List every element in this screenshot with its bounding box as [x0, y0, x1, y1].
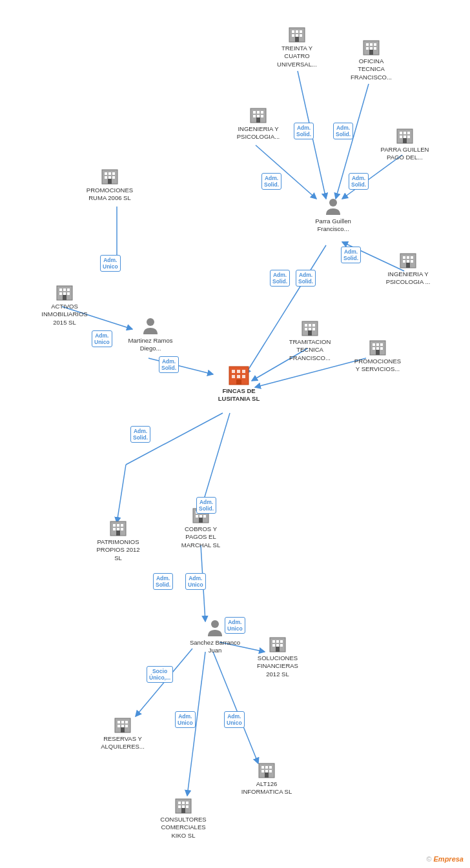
- svg-rect-105: [117, 524, 119, 527]
- node-treinta: TREINTA Y CUATRO UNIVERSAL...: [271, 23, 323, 68]
- node-ingenieria1: INGENIERIA Y PSICOLOGIA...: [232, 103, 284, 141]
- svg-rect-41: [253, 115, 256, 117]
- badge-adm-solid-6: Adm.Solid.: [270, 270, 290, 287]
- svg-rect-68: [112, 176, 115, 179]
- svg-rect-36: [369, 50, 373, 55]
- node-soluciones: SOLUCIONES FINANCIERAS 2012 SL: [252, 632, 303, 678]
- svg-rect-108: [117, 528, 119, 530]
- svg-rect-107: [113, 528, 116, 530]
- svg-point-53: [329, 199, 337, 207]
- svg-rect-106: [121, 524, 123, 527]
- svg-rect-22: [292, 30, 294, 33]
- svg-rect-27: [300, 34, 302, 37]
- svg-rect-97: [376, 343, 379, 346]
- node-tramitacion: TRAMITACION TECNICA FRANCISCO...: [284, 316, 336, 362]
- svg-rect-88: [305, 324, 307, 327]
- svg-rect-116: [199, 515, 202, 518]
- svg-rect-148: [178, 805, 181, 808]
- svg-rect-104: [113, 524, 116, 527]
- svg-rect-132: [118, 725, 120, 727]
- svg-rect-93: [312, 328, 315, 330]
- badge-adm-solid-3: Adm.Solid.: [261, 173, 281, 190]
- svg-rect-110: [116, 530, 120, 536]
- node-promociones-ruma: PROMOCIONES RUMA 2006 SL: [84, 165, 136, 203]
- svg-rect-35: [374, 47, 376, 50]
- svg-rect-131: [125, 721, 128, 723]
- svg-line-15: [117, 465, 126, 523]
- svg-rect-34: [370, 47, 373, 50]
- svg-rect-55: [403, 256, 405, 259]
- svg-rect-48: [407, 132, 410, 134]
- svg-rect-59: [407, 260, 409, 263]
- badge-adm-unico-2: Adm.Unico: [92, 330, 112, 347]
- svg-rect-31: [370, 43, 373, 46]
- node-martinez-ramos: Martinez Ramos Diego...: [125, 316, 176, 353]
- svg-rect-83: [232, 375, 235, 378]
- svg-rect-28: [295, 37, 299, 42]
- svg-rect-84: [237, 375, 240, 378]
- badge-socio-unico: SocioÚnico,...: [147, 666, 173, 683]
- svg-point-119: [211, 620, 219, 628]
- svg-rect-145: [178, 802, 181, 804]
- svg-rect-23: [296, 30, 298, 33]
- svg-rect-150: [186, 805, 189, 808]
- watermark-brand: Empresa: [434, 855, 464, 863]
- svg-rect-76: [67, 292, 70, 295]
- svg-rect-117: [203, 515, 206, 518]
- svg-rect-135: [121, 727, 125, 732]
- svg-rect-40: [261, 111, 263, 114]
- svg-rect-123: [280, 640, 283, 643]
- svg-rect-134: [125, 725, 128, 727]
- svg-rect-43: [261, 115, 263, 117]
- svg-rect-100: [376, 347, 379, 350]
- svg-rect-74: [59, 292, 62, 295]
- svg-rect-143: [265, 772, 269, 778]
- svg-rect-24: [300, 30, 302, 33]
- svg-rect-99: [373, 347, 375, 350]
- svg-rect-42: [257, 115, 260, 117]
- svg-line-9: [255, 358, 366, 387]
- svg-rect-86: [236, 379, 241, 385]
- svg-rect-129: [118, 721, 120, 723]
- svg-rect-127: [276, 647, 280, 652]
- svg-rect-141: [265, 770, 268, 772]
- svg-rect-49: [400, 136, 402, 138]
- svg-line-4: [256, 145, 316, 199]
- node-promociones-servicios: PROMOCIONES Y SERVICIOS...: [352, 336, 404, 374]
- badge-adm-solid-1: Adm.Solid.: [294, 123, 314, 139]
- svg-rect-96: [373, 343, 375, 346]
- svg-rect-61: [406, 263, 410, 268]
- svg-rect-64: [108, 172, 111, 175]
- svg-rect-39: [257, 111, 260, 114]
- svg-rect-147: [186, 802, 189, 804]
- svg-rect-80: [232, 370, 235, 373]
- svg-rect-146: [182, 802, 185, 804]
- badge-adm-solid-4: Adm.Solid.: [349, 173, 369, 190]
- svg-rect-25: [292, 34, 294, 37]
- svg-rect-89: [309, 324, 311, 327]
- svg-rect-38: [253, 111, 256, 114]
- svg-rect-60: [411, 260, 413, 263]
- node-ingenieria2: INGENIERIA Y PSICOLOGIA ...: [382, 248, 434, 287]
- svg-rect-102: [376, 350, 380, 355]
- svg-rect-81: [237, 370, 240, 373]
- svg-rect-101: [380, 347, 383, 350]
- svg-rect-32: [374, 43, 376, 46]
- svg-rect-75: [63, 292, 66, 295]
- svg-rect-50: [404, 136, 406, 138]
- svg-rect-138: [265, 766, 268, 769]
- svg-rect-85: [242, 375, 245, 378]
- svg-rect-118: [199, 518, 203, 523]
- svg-rect-94: [308, 330, 312, 336]
- svg-rect-44: [256, 117, 260, 123]
- badge-adm-solid-5: Adm.Solid.: [341, 247, 361, 263]
- svg-rect-47: [404, 132, 406, 134]
- svg-rect-51: [407, 136, 410, 138]
- svg-rect-26: [296, 34, 298, 37]
- svg-rect-122: [276, 640, 279, 643]
- svg-rect-57: [411, 256, 413, 259]
- svg-rect-126: [280, 644, 283, 647]
- node-patrimonios: PATRIMONIOS PROPIOS 2012 SL: [92, 516, 144, 562]
- svg-rect-124: [272, 644, 275, 647]
- svg-rect-98: [380, 343, 383, 346]
